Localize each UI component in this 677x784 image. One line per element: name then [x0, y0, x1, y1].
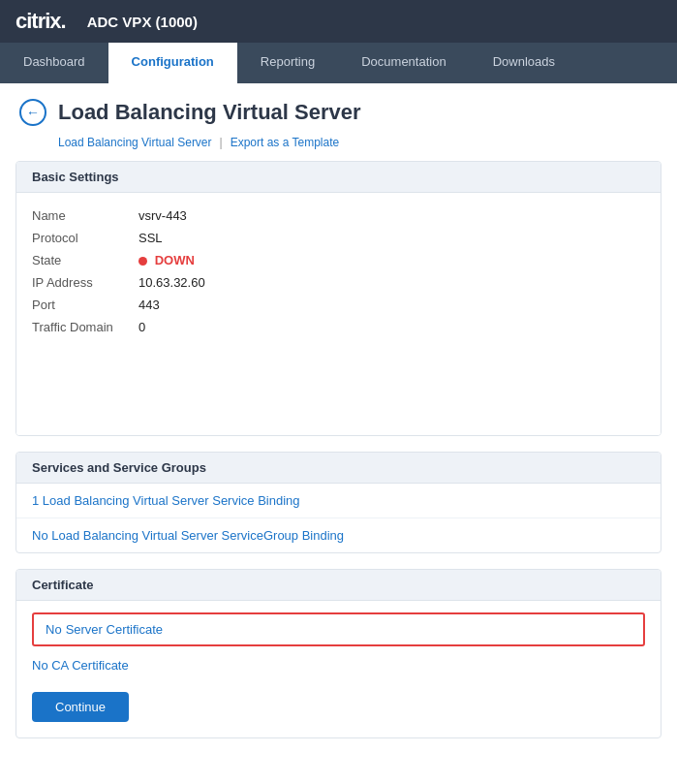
field-value-state: DOWN [138, 253, 195, 267]
certificate-card: Certificate No Server Certificate No CA … [15, 569, 662, 738]
service-group-binding-prefix: No [32, 528, 51, 543]
field-label-traffic-domain: Traffic Domain [32, 320, 138, 334]
field-state: State DOWN [32, 253, 645, 267]
field-label-port: Port [32, 298, 138, 312]
basic-settings-body: Name vsrv-443 Protocol SSL State DOWN IP… [16, 193, 661, 435]
back-button[interactable]: ← [19, 99, 46, 126]
server-cert-wrapper: No Server Certificate [16, 601, 661, 650]
service-group-binding-text: Load Balancing Virtual Server ServiceGro… [51, 528, 344, 543]
basic-settings-header: Basic Settings [16, 162, 661, 193]
no-ca-certificate-item[interactable]: No CA Certificate [16, 650, 661, 680]
page-title: Load Balancing Virtual Server [58, 100, 361, 125]
field-label-ip: IP Address [32, 275, 138, 290]
field-ip: IP Address 10.63.32.60 [32, 275, 645, 290]
export-template-link[interactable]: Export as a Template [231, 136, 340, 149]
breadcrumb-link[interactable]: Load Balancing Virtual Server [58, 136, 212, 149]
field-value-protocol: SSL [138, 231, 163, 245]
tab-configuration[interactable]: Configuration [108, 43, 237, 83]
service-binding-count: 1 [32, 493, 43, 508]
citrix-logo-mark: citrix. [15, 9, 66, 34]
certificate-header: Certificate [16, 570, 661, 601]
nav-tabs: Dashboard Configuration Reporting Docume… [0, 43, 677, 83]
no-server-cert-text: Server Certificate [66, 622, 163, 637]
field-value-port: 443 [138, 298, 160, 312]
field-value-name: vsrv-443 [138, 208, 187, 223]
tab-downloads[interactable]: Downloads [470, 43, 578, 83]
tab-dashboard[interactable]: Dashboard [0, 43, 108, 83]
app-header: citrix. ADC VPX (1000) [0, 0, 677, 43]
no-server-certificate-item[interactable]: No Server Certificate [32, 612, 645, 646]
tab-reporting[interactable]: Reporting [237, 43, 338, 83]
basic-settings-spacer [32, 342, 645, 420]
services-header: Services and Service Groups [16, 453, 661, 484]
service-binding-text: Load Balancing Virtual Server Service Bi… [43, 493, 300, 508]
app-title: ADC VPX (1000) [87, 14, 198, 30]
field-name: Name vsrv-443 [32, 208, 645, 223]
no-server-cert-prefix: No [46, 622, 62, 637]
basic-settings-card: Basic Settings Name vsrv-443 Protocol SS… [15, 161, 662, 436]
status-text: DOWN [155, 253, 195, 267]
service-group-binding-item[interactable]: No Load Balancing Virtual Server Service… [16, 518, 661, 552]
breadcrumb-separator: | [220, 136, 223, 149]
no-ca-cert-prefix: No [32, 658, 51, 673]
field-traffic-domain: Traffic Domain 0 [32, 320, 645, 334]
status-dot-down [138, 257, 147, 266]
tab-documentation[interactable]: Documentation [338, 43, 469, 83]
breadcrumb: Load Balancing Virtual Server | Export a… [0, 134, 677, 161]
certificate-body: No Server Certificate No CA Certificate [16, 601, 661, 680]
field-port: Port 443 [32, 298, 645, 312]
services-card: Services and Service Groups 1 Load Balan… [15, 452, 662, 553]
page-header: ← Load Balancing Virtual Server [0, 83, 677, 134]
field-label-name: Name [32, 208, 138, 223]
field-protocol: Protocol SSL [32, 231, 645, 245]
service-binding-item[interactable]: 1 Load Balancing Virtual Server Service … [16, 484, 661, 518]
page-content: ← Load Balancing Virtual Server Load Bal… [0, 83, 677, 738]
field-value-ip: 10.63.32.60 [138, 275, 205, 290]
field-label-state: State [32, 253, 138, 267]
field-label-protocol: Protocol [32, 231, 138, 245]
citrix-logo: citrix. [15, 9, 72, 34]
continue-button[interactable]: Continue [32, 692, 129, 722]
no-ca-cert-text: CA Certificate [51, 658, 128, 673]
field-value-traffic-domain: 0 [138, 320, 145, 334]
